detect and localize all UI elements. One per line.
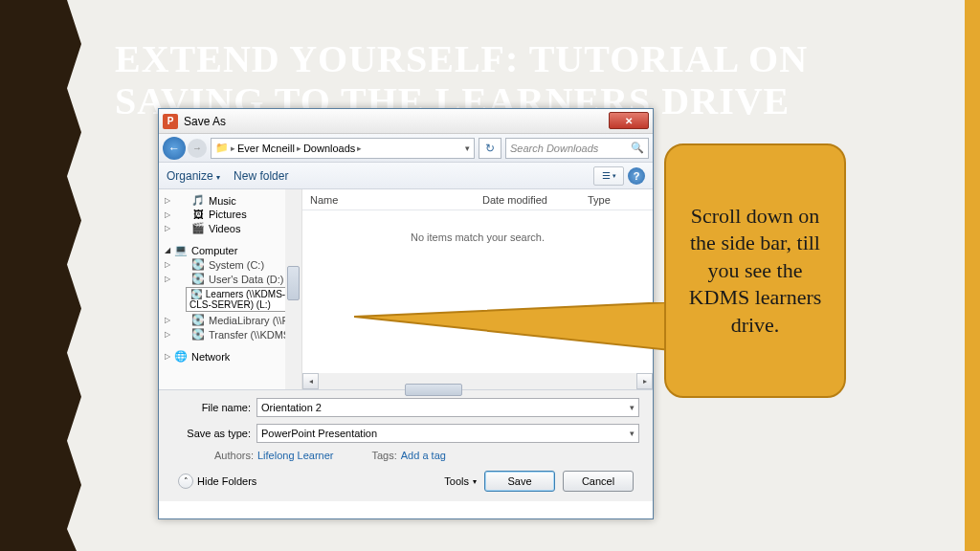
slide-right-bar: [965, 0, 980, 551]
refresh-button[interactable]: ↻: [479, 138, 501, 159]
search-icon: 🔍: [631, 142, 644, 154]
network-drive-icon: 💽: [191, 314, 205, 326]
list-header: Name Date modified Type: [302, 189, 653, 210]
nav-back-button[interactable]: ←: [163, 137, 186, 160]
titlebar: P Save As ✕: [159, 109, 653, 134]
network-drive-icon: 💽: [191, 328, 205, 341]
search-placeholder: Search Downloads: [510, 143, 598, 154]
expand-icon[interactable]: ▷: [165, 210, 170, 219]
organize-button[interactable]: Organize ▾: [167, 169, 220, 183]
view-options-button[interactable]: ☰ ▾: [593, 166, 624, 186]
tree-item-system-c[interactable]: ▷💽System (C:): [159, 257, 301, 272]
dialog-title: Save As: [184, 115, 226, 128]
tree-item-network[interactable]: ▷🌐Network: [159, 349, 301, 364]
collapse-icon[interactable]: ◢: [165, 246, 170, 254]
navbar: ← → 📁 ▸ Ever Mcneill ▸ Downloads ▸ ▾ ↻ S…: [159, 134, 653, 163]
dropdown-arrow-icon[interactable]: ▾: [630, 403, 635, 412]
tree-item-computer[interactable]: ◢💻Computer: [159, 243, 301, 257]
expand-icon[interactable]: ▷: [165, 196, 170, 205]
toolbar: Organize ▾ New folder ☰ ▾ ?: [159, 163, 653, 189]
chevron-right-icon: ▸: [357, 143, 362, 153]
tools-dropdown[interactable]: Tools ▾: [444, 475, 477, 487]
drive-icon: 💽: [191, 258, 205, 271]
dropdown-arrow-icon[interactable]: ▾: [630, 429, 635, 438]
hide-folders-button[interactable]: ˄ Hide Folders: [178, 474, 256, 489]
tree-item-videos[interactable]: ▷🎬Videos: [159, 221, 301, 235]
svg-marker-0: [354, 302, 670, 350]
tags-field[interactable]: Tags:Add a tag: [371, 450, 445, 461]
scrollbar-thumb[interactable]: [287, 266, 300, 300]
breadcrumb-segment[interactable]: Ever Mcneill: [237, 143, 295, 154]
pictures-icon: 🖼: [191, 209, 205, 220]
chevron-right-icon: ▸: [297, 143, 301, 153]
chevron-up-icon: ˄: [178, 474, 193, 489]
breadcrumb-dropdown-arrow[interactable]: ▾: [465, 143, 470, 153]
tree-item-pictures[interactable]: ▷🖼Pictures: [159, 208, 301, 221]
music-icon: 🎵: [191, 194, 205, 207]
column-date-modified[interactable]: Date modified: [482, 194, 588, 206]
drive-icon: 💽: [191, 273, 205, 285]
bottom-panel: File name: Orientation 2 ▾ Save as type:…: [159, 390, 653, 501]
navigation-pane: ▷🎵Music ▷🖼Pictures ▷🎬Videos ◢💻Computer ▷…: [159, 189, 302, 389]
expand-icon[interactable]: ▷: [165, 275, 170, 283]
callout-text: Scroll down on the side bar, till you se…: [679, 203, 831, 340]
authors-field[interactable]: Authors:Lifelong Learner: [214, 450, 333, 461]
expand-icon[interactable]: ▷: [165, 330, 170, 339]
search-input[interactable]: Search Downloads 🔍: [505, 138, 649, 159]
filename-label: File name:: [172, 402, 251, 413]
tree-item-user-data-d[interactable]: ▷💽User's Data (D:): [159, 272, 301, 286]
tree-item-music[interactable]: ▷🎵Music: [159, 193, 301, 208]
breadcrumb-segment[interactable]: Downloads: [303, 143, 355, 154]
filename-input[interactable]: Orientation 2 ▾: [256, 398, 639, 417]
powerpoint-icon: P: [163, 114, 178, 129]
chevron-right-icon: ▸: [231, 143, 235, 153]
scroll-left-arrow[interactable]: ◂: [302, 373, 319, 389]
expand-icon[interactable]: ▷: [165, 316, 170, 324]
cancel-button[interactable]: Cancel: [563, 471, 634, 492]
new-folder-button[interactable]: New folder: [234, 169, 288, 183]
network-drive-icon: 💽: [189, 289, 203, 299]
expand-icon[interactable]: ▷: [165, 352, 170, 361]
nav-scrollbar[interactable]: [285, 189, 301, 389]
saveastype-label: Save as type:: [172, 428, 251, 439]
expand-icon[interactable]: ▷: [165, 224, 170, 232]
tree-item-transfer[interactable]: ▷💽Transfer (\\KDMS: [159, 327, 301, 342]
tree-item-learners-drive[interactable]: 💽 Learners (\\KDMS-CLS-SERVER) (L:): [186, 287, 298, 312]
computer-icon: 💻: [174, 244, 188, 256]
expand-icon[interactable]: ▷: [165, 260, 170, 269]
tree-item-medialibrary[interactable]: ▷💽MediaLibrary (\\F: [159, 313, 301, 327]
column-type[interactable]: Type: [588, 194, 653, 206]
breadcrumb[interactable]: 📁 ▸ Ever Mcneill ▸ Downloads ▸ ▾: [211, 138, 475, 159]
saveastype-dropdown[interactable]: PowerPoint Presentation ▾: [256, 424, 639, 443]
close-button[interactable]: ✕: [609, 112, 649, 129]
scroll-right-arrow[interactable]: ▸: [636, 373, 653, 389]
save-button[interactable]: Save: [484, 471, 555, 492]
nav-forward-button[interactable]: →: [188, 139, 207, 158]
slide-left-decoration: [0, 0, 96, 551]
scrollbar-thumb[interactable]: [405, 384, 462, 396]
videos-icon: 🎬: [191, 222, 205, 234]
column-name[interactable]: Name: [310, 194, 482, 206]
horizontal-scrollbar[interactable]: ◂ ▸: [302, 373, 653, 389]
instruction-callout: Scroll down on the side bar, till you se…: [664, 143, 846, 398]
network-icon: 🌐: [174, 350, 188, 363]
help-button[interactable]: ?: [628, 167, 645, 185]
folder-icon: 📁: [215, 142, 229, 154]
